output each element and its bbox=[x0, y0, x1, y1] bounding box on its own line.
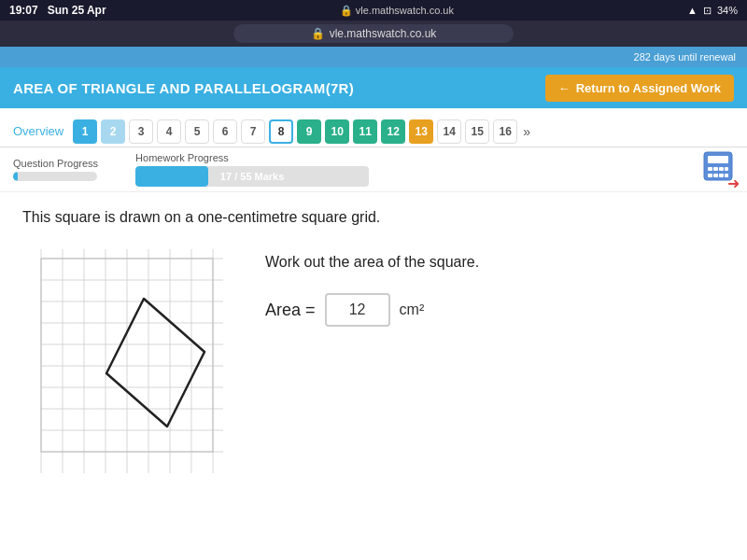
question-progress-block: Question Progress bbox=[13, 158, 98, 181]
homework-marks: 17 / 55 Marks bbox=[220, 171, 285, 182]
area-label: Area = bbox=[265, 301, 316, 320]
main-content: This square is drawn on a one-centimetre… bbox=[0, 192, 747, 560]
svg-rect-8 bbox=[719, 174, 724, 177]
renewal-text: 282 days until renewal bbox=[634, 51, 736, 63]
answer-section: Work out the area of the square. Area = … bbox=[265, 245, 479, 327]
status-time-date: 19:07 Sun 25 Apr bbox=[9, 4, 106, 17]
svg-rect-5 bbox=[725, 167, 728, 171]
svg-rect-7 bbox=[713, 174, 718, 177]
tab-12[interactable]: 12 bbox=[381, 119, 405, 144]
svg-rect-6 bbox=[708, 174, 712, 177]
page-title: AREA OF TRIANGLE AND PARALLELOGRAM(7R) bbox=[13, 80, 354, 96]
homework-progress-label: Homework Progress bbox=[135, 152, 369, 163]
question-progress-bar bbox=[13, 172, 97, 181]
url-bar[interactable]: 🔒 vle.mathswatch.co.uk bbox=[233, 24, 514, 43]
status-url: 🔒 vle.mathswatch.co.uk bbox=[106, 5, 687, 17]
progress-section: Question Progress Homework Progress 17 /… bbox=[0, 147, 747, 192]
tab-16[interactable]: 16 bbox=[493, 119, 517, 144]
svg-rect-2 bbox=[708, 167, 712, 171]
return-assigned-work-button[interactable]: ← Return to Assigned Work bbox=[545, 75, 734, 102]
status-bar: 19:07 Sun 25 Apr 🔒 vle.mathswatch.co.uk … bbox=[0, 0, 747, 21]
status-date: Sun 25 Apr bbox=[48, 4, 106, 17]
homework-progress-fill bbox=[135, 166, 208, 187]
url-lock-icon: 🔒 bbox=[311, 27, 325, 40]
tab-2[interactable]: 2 bbox=[101, 119, 125, 144]
url-bar-area: 🔒 vle.mathswatch.co.uk bbox=[0, 21, 747, 47]
question-progress-label: Question Progress bbox=[13, 158, 98, 169]
tab-3[interactable]: 3 bbox=[129, 119, 153, 144]
status-time: 19:07 bbox=[9, 4, 38, 17]
homework-progress-bar: 17 / 55 Marks bbox=[135, 166, 369, 187]
nav-tabs: Overview 1 2 3 4 5 6 7 8 9 10 11 12 13 1… bbox=[0, 108, 747, 147]
work-out-text: Work out the area of the square. bbox=[265, 254, 479, 271]
tab-4[interactable]: 4 bbox=[157, 119, 181, 144]
overview-link[interactable]: Overview bbox=[13, 124, 63, 138]
tab-15[interactable]: 15 bbox=[465, 119, 489, 144]
tab-5[interactable]: 5 bbox=[185, 119, 209, 144]
tab-11[interactable]: 11 bbox=[353, 119, 377, 144]
renewal-banner: 282 days until renewal bbox=[0, 47, 747, 67]
status-indicators: ▲ ⊡ 34% bbox=[687, 5, 738, 17]
grid-svg bbox=[22, 245, 237, 478]
svg-rect-3 bbox=[713, 167, 718, 171]
question-text: This square is drawn on a one-centimetre… bbox=[22, 209, 725, 226]
wifi-icon: ▲ bbox=[687, 5, 698, 16]
tab-10[interactable]: 10 bbox=[325, 119, 349, 144]
question-progress-fill bbox=[13, 172, 18, 181]
tab-6[interactable]: 6 bbox=[213, 119, 237, 144]
page-header: AREA OF TRIANGLE AND PARALLELOGRAM(7R) ←… bbox=[0, 67, 747, 108]
tab-13[interactable]: 13 bbox=[409, 119, 433, 144]
return-btn-label: Return to Assigned Work bbox=[576, 81, 721, 95]
tab-8[interactable]: 8 bbox=[269, 119, 293, 144]
question-body: Work out the area of the square. Area = … bbox=[22, 245, 725, 482]
tab-1[interactable]: 1 bbox=[73, 119, 97, 144]
calculator-arrow-icon: ➜ bbox=[727, 175, 740, 192]
area-input[interactable] bbox=[325, 293, 390, 327]
tab-more[interactable]: » bbox=[523, 124, 530, 139]
tab-9[interactable]: 9 bbox=[297, 119, 321, 144]
area-unit: cm² bbox=[400, 301, 425, 318]
battery-percent: 34% bbox=[717, 5, 738, 16]
homework-progress-block: Homework Progress 17 / 55 Marks bbox=[135, 152, 369, 187]
url-text: vle.mathswatch.co.uk bbox=[330, 27, 437, 40]
svg-marker-30 bbox=[106, 299, 204, 427]
svg-rect-4 bbox=[719, 167, 724, 171]
calculator-icon[interactable]: ➜ bbox=[702, 150, 734, 189]
battery-indicator: ⊡ bbox=[703, 5, 712, 17]
area-row: Area = cm² bbox=[265, 293, 479, 327]
lock-icon: 🔒 bbox=[340, 5, 353, 16]
tab-7[interactable]: 7 bbox=[241, 119, 265, 144]
grid-container bbox=[22, 245, 237, 482]
tab-14[interactable]: 14 bbox=[437, 119, 461, 144]
arrow-left-icon: ← bbox=[558, 81, 571, 95]
svg-rect-1 bbox=[708, 156, 728, 163]
